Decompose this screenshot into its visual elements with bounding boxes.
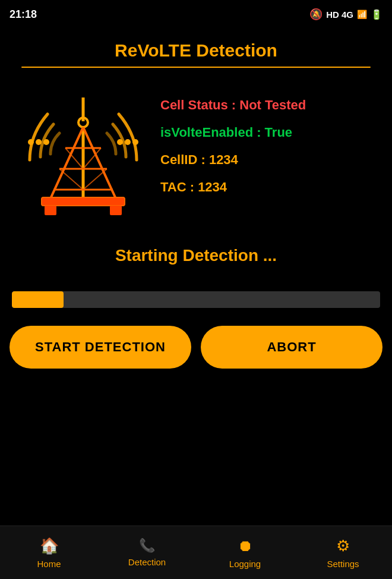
- nav-detection-label: Detection: [128, 557, 166, 567]
- network-label: HD 4G: [326, 10, 353, 20]
- progress-fill: [12, 291, 64, 308]
- home-icon: 🏠: [40, 537, 59, 555]
- settings-icon: ⚙: [336, 537, 350, 555]
- progress-bar-container: [12, 291, 380, 308]
- title-divider: [21, 67, 371, 68]
- nav-logging-label: Logging: [229, 559, 261, 569]
- detection-status-label: Starting Detection ...: [12, 246, 380, 265]
- nav-settings-label: Settings: [327, 559, 359, 569]
- status-bar: 21:18 🔕 HD 4G 📶 🔋: [0, 0, 392, 29]
- nav-settings[interactable]: ⚙ Settings: [294, 526, 392, 579]
- logging-icon: ⏺: [238, 537, 253, 555]
- abort-button[interactable]: ABORT: [201, 326, 382, 369]
- cell-info: Cell Status : Not Tested isVolteEnabled …: [154, 92, 380, 195]
- cell-status: Cell Status : Not Tested: [160, 97, 380, 113]
- status-icons: 🔕 HD 4G 📶 🔋: [309, 8, 382, 21]
- start-detection-button[interactable]: START DETECTION: [10, 326, 191, 369]
- mute-icon: 🔕: [309, 8, 323, 21]
- app-title-container: ReVoLTE Detection: [0, 29, 392, 74]
- tower-icon: [24, 92, 143, 222]
- status-time: 21:18: [10, 8, 37, 21]
- svg-point-1: [36, 139, 42, 145]
- svg-rect-20: [110, 206, 122, 215]
- nav-home-label: Home: [37, 559, 61, 569]
- svg-point-2: [43, 139, 49, 145]
- svg-line-17: [83, 169, 107, 190]
- buttons-area: START DETECTION ABORT: [0, 308, 392, 380]
- svg-point-3: [117, 139, 123, 145]
- app-title: ReVoLTE Detection: [10, 40, 382, 61]
- svg-line-16: [59, 169, 83, 190]
- cell-id: CellID : 1234: [160, 152, 380, 168]
- main-content: Cell Status : Not Tested isVolteEnabled …: [0, 74, 392, 228]
- tower-area: [12, 92, 154, 222]
- detection-icon: 📞: [139, 538, 155, 553]
- svg-rect-18: [42, 197, 125, 206]
- nav-home[interactable]: 🏠 Home: [0, 526, 98, 579]
- nav-detection[interactable]: 📞 Detection: [98, 526, 196, 579]
- nav-logging[interactable]: ⏺ Logging: [196, 526, 294, 579]
- svg-point-0: [28, 139, 34, 145]
- svg-point-5: [132, 139, 138, 145]
- bottom-nav: 🏠 Home 📞 Detection ⏺ Logging ⚙ Settings: [0, 525, 392, 579]
- svg-point-4: [125, 139, 131, 145]
- detection-status-area: Starting Detection ...: [0, 228, 392, 291]
- volte-status: isVolteEnabled : True: [160, 125, 380, 140]
- battery-icon: 🔋: [371, 9, 382, 20]
- tac: TAC : 1234: [160, 180, 380, 195]
- signal-icon: 📶: [357, 10, 367, 19]
- svg-rect-19: [45, 206, 56, 215]
